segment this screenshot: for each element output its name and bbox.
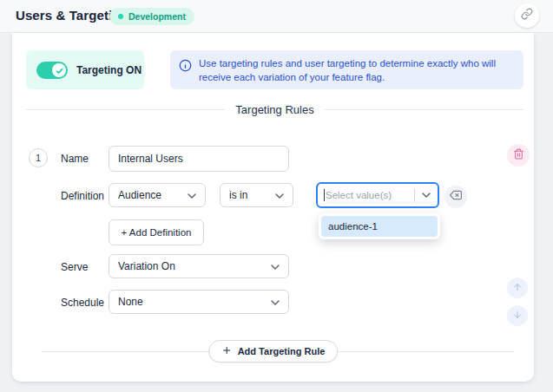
arrow-up-icon xyxy=(512,280,523,296)
rule-number-badge: 1 xyxy=(29,148,48,167)
add-definition-button[interactable]: + Add Definition xyxy=(109,219,204,245)
check-icon xyxy=(56,62,63,78)
serve-field-label: Serve xyxy=(61,261,88,273)
name-field-label: Name xyxy=(61,153,89,165)
values-placeholder: Select value(s) xyxy=(325,190,414,200)
chevron-down-icon xyxy=(271,260,280,272)
serve-select[interactable]: Variation On xyxy=(109,254,289,278)
targeting-rules-heading: Targeting Rules xyxy=(235,103,313,116)
delete-rule-button[interactable] xyxy=(507,144,530,167)
copy-link-button[interactable] xyxy=(515,3,539,28)
targeting-toggle-box: Targeting ON xyxy=(26,50,144,89)
rule-name-input[interactable] xyxy=(109,146,289,172)
targeting-toggle-label: Targeting ON xyxy=(76,64,142,76)
environment-badge: Development xyxy=(109,8,194,25)
attribute-select[interactable]: Audience xyxy=(109,183,206,207)
clear-values-button[interactable] xyxy=(444,186,467,208)
chevron-down-icon[interactable] xyxy=(415,193,438,198)
values-multiselect[interactable]: Select value(s) xyxy=(316,182,439,208)
move-rule-down-button[interactable] xyxy=(507,305,528,326)
plus-icon xyxy=(221,345,232,357)
info-banner: Use targeting rules and user targeting t… xyxy=(170,50,523,89)
definition-field-label: Definition xyxy=(61,190,104,202)
move-rule-up-button[interactable] xyxy=(507,278,528,298)
chevron-down-icon xyxy=(275,189,284,201)
attribute-select-value: Audience xyxy=(118,189,161,201)
schedule-select[interactable]: None xyxy=(109,290,289,314)
toggle-knob xyxy=(52,63,66,77)
serve-select-value: Variation On xyxy=(118,260,175,272)
backspace-clear-icon xyxy=(450,189,462,205)
schedule-field-label: Schedule xyxy=(61,297,104,309)
trash-icon xyxy=(513,147,524,163)
arrow-down-icon xyxy=(512,308,523,323)
targeting-card: Targeting ON Use targeting rules and use… xyxy=(12,33,534,382)
status-dot-icon xyxy=(118,14,123,19)
divider-line-right xyxy=(325,109,523,110)
dropdown-option-audience-1[interactable]: audience-1 xyxy=(321,216,438,237)
targeting-rules-divider: Targeting Rules xyxy=(26,103,523,116)
add-targeting-rule-label: Add Targeting Rule xyxy=(238,346,326,356)
info-icon xyxy=(179,59,192,83)
chevron-down-icon xyxy=(188,189,196,201)
operator-select[interactable]: is in xyxy=(220,183,293,207)
operator-select-value: is in xyxy=(229,189,247,201)
environment-badge-label: Development xyxy=(128,11,186,22)
add-targeting-rule-button[interactable]: Add Targeting Rule xyxy=(208,340,339,363)
values-dropdown-panel: audience-1 xyxy=(319,213,440,239)
link-icon xyxy=(521,8,533,23)
divider-line-left xyxy=(26,109,225,110)
schedule-select-value: None xyxy=(118,296,143,308)
info-banner-text: Use targeting rules and user targeting t… xyxy=(199,56,511,83)
users-targeting-page: Users & Targeting Development xyxy=(0,0,553,392)
targeting-toggle[interactable] xyxy=(36,62,68,79)
chevron-down-icon xyxy=(271,296,280,308)
